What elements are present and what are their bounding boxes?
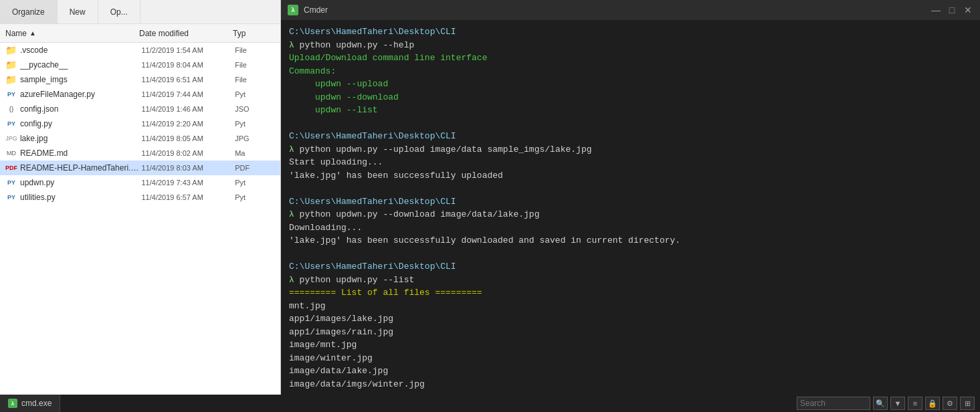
file-icon: {}: [5, 104, 17, 114]
file-name: azureFileManager.py: [20, 90, 142, 99]
terminal-line: image/winter.jpg: [289, 352, 972, 365]
table-row[interactable]: PY updwn.py 11/4/2019 7:43 AM Pyt: [0, 175, 280, 190]
table-row[interactable]: PY azureFileManager.py 11/4/2019 7:44 AM…: [0, 87, 280, 102]
file-type: JSO: [235, 105, 275, 113]
new-button[interactable]: New: [58, 0, 98, 23]
grid-button[interactable]: ⊞: [960, 397, 975, 410]
table-row[interactable]: PY config.py 11/4/2019 2:20 AM Pyt: [0, 116, 280, 131]
file-type: Ma: [235, 149, 275, 157]
file-date: 11/4/2019 6:57 AM: [142, 193, 235, 201]
settings-button[interactable]: ⚙: [943, 397, 957, 410]
terminal-line: [289, 247, 972, 261]
file-date: 11/4/2019 8:05 AM: [142, 134, 235, 142]
table-row[interactable]: 📁 .vscode 11/2/2019 1:54 AM File: [0, 43, 280, 58]
file-type: Pyt: [235, 90, 275, 98]
cmd-tab-label: cmd.exe: [21, 399, 52, 408]
maximize-button[interactable]: □: [947, 5, 957, 15]
file-icon: 📁: [5, 45, 17, 56]
cmder-logo-icon: λ: [288, 5, 298, 15]
table-row[interactable]: 📁 __pycache__ 11/4/2019 8:04 AM File: [0, 58, 280, 72]
terminal-line: image/data/lake.jpg: [289, 365, 972, 378]
search-input[interactable]: [797, 397, 870, 410]
terminal-line: 'lake.jpg' has been successfully downloa…: [289, 234, 972, 247]
file-icon: PY: [5, 192, 17, 203]
file-list: 📁 .vscode 11/2/2019 1:54 AM File 📁 __pyc…: [0, 43, 280, 205]
file-name: __pycache__: [20, 60, 142, 70]
file-date: 11/4/2019 2:20 AM: [142, 120, 235, 128]
terminal-line: [289, 117, 972, 130]
file-name: lake.jpg: [20, 134, 142, 143]
file-date: 11/4/2019 8:04 AM: [142, 61, 235, 69]
terminal-line: image/mnt.jpg: [289, 338, 972, 352]
table-row[interactable]: PDF README-HELP-HamedTaheri.pdf 11/4/201…: [0, 161, 280, 175]
terminal-line: updwn --list: [289, 104, 972, 117]
explorer-panel: Organize New Op... Name ▲ Date modified …: [0, 0, 281, 395]
file-date: 11/4/2019 6:51 AM: [142, 76, 235, 84]
toolbar: Organize New Op...: [0, 0, 280, 24]
file-name: .vscode: [20, 45, 142, 55]
column-date[interactable]: Date modified: [139, 29, 233, 38]
file-date: 11/4/2019 1:46 AM: [142, 105, 235, 113]
search-button[interactable]: 🔍: [873, 397, 888, 410]
cmd-tab[interactable]: λ cmd.exe: [0, 395, 60, 412]
terminal-line: [289, 182, 972, 195]
table-row[interactable]: MD README.md 11/4/2019 8:02 AM Ma: [0, 146, 280, 161]
terminal-line: ========= List of all files =========: [289, 286, 972, 300]
file-type: File: [235, 76, 275, 84]
taskbar-search-area: 🔍 ▼ ≡ 🔒 ⚙ ⊞: [797, 395, 980, 412]
file-name: config.py: [20, 119, 142, 128]
view-button[interactable]: ≡: [908, 397, 922, 410]
file-type: File: [235, 46, 275, 54]
terminal-line: C:\Users\HamedTaheri\Desktop\CLI: [289, 130, 972, 143]
cmder-window: λ Cmder — □ ✕ C:\Users\HamedTaheri\Deskt…: [281, 0, 980, 395]
organize-button[interactable]: Organize: [0, 0, 58, 23]
terminal-line: app1/images/lake.jpg: [289, 312, 972, 326]
column-name[interactable]: Name ▲: [5, 29, 139, 38]
file-icon: 📁: [5, 60, 17, 70]
file-date: 11/4/2019 8:02 AM: [142, 149, 235, 157]
minimize-button[interactable]: —: [930, 5, 941, 15]
file-icon: 📁: [5, 74, 17, 85]
terminal-line: λ python updwn.py --list: [289, 274, 972, 287]
cmder-titlebar: λ Cmder — □ ✕: [281, 0, 980, 20]
file-name: utilities.py: [20, 193, 142, 202]
open-button[interactable]: Op...: [98, 0, 140, 23]
taskbar-area: λ cmd.exe 🔍 ▼ ≡ 🔒 ⚙ ⊞: [0, 395, 980, 412]
lock-button[interactable]: 🔒: [925, 397, 940, 410]
file-type: JPG: [235, 134, 275, 142]
file-date: 11/4/2019 7:44 AM: [142, 90, 235, 98]
terminal-line: mnt.jpg: [289, 300, 972, 313]
file-icon: PDF: [5, 163, 17, 173]
file-icon: JPG: [5, 133, 17, 144]
table-row[interactable]: JPG lake.jpg 11/4/2019 8:05 AM JPG: [0, 131, 280, 146]
file-name: README.md: [20, 148, 142, 158]
file-name: config.json: [20, 104, 142, 114]
file-name: updwn.py: [20, 178, 142, 187]
table-row[interactable]: PY utilities.py 11/4/2019 6:57 AM Pyt: [0, 190, 280, 205]
terminal-line: Downloading...: [289, 221, 972, 235]
cmd-tab-icon: λ: [8, 399, 17, 408]
table-row[interactable]: 📁 sample_imgs 11/4/2019 6:51 AM File: [0, 72, 280, 87]
terminal-line: Commands:: [289, 65, 972, 78]
terminal-line: updwn --download: [289, 91, 972, 104]
cmder-title: Cmder: [304, 5, 328, 15]
table-row[interactable]: {} config.json 11/4/2019 1:46 AM JSO: [0, 102, 280, 116]
file-name: sample_imgs: [20, 75, 142, 84]
terminal-line: updwn --upload: [289, 78, 972, 91]
terminal-line: 'lake.jpg' has been successfully uploade…: [289, 169, 972, 183]
file-icon: PY: [5, 177, 17, 188]
file-icon: MD: [5, 148, 17, 159]
file-date: 11/4/2019 7:43 AM: [142, 179, 235, 187]
terminal-line: C:\Users\HamedTaheri\Desktop\CLI: [289, 25, 972, 39]
file-type: File: [235, 61, 275, 69]
file-date: 11/2/2019 1:54 AM: [142, 46, 235, 54]
terminal-body[interactable]: C:\Users\HamedTaheri\Desktop\CLIλ python…: [281, 20, 980, 395]
close-button[interactable]: ✕: [963, 5, 973, 15]
terminal-line: Start uploading...: [289, 156, 972, 169]
file-type: Pyt: [235, 120, 275, 128]
file-date: 11/4/2019 8:03 AM: [142, 164, 235, 172]
file-icon: PY: [5, 89, 17, 100]
column-type: Typ: [233, 29, 273, 38]
terminal-line: C:\Users\HamedTaheri\Desktop\CLI: [289, 260, 972, 274]
dropdown-button[interactable]: ▼: [890, 397, 905, 410]
